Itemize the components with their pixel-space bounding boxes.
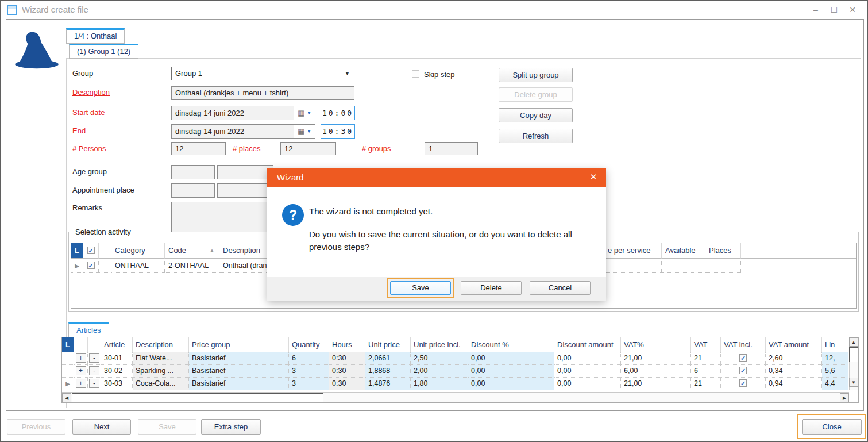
- cell-line[interactable]: 5,6: [822, 365, 848, 378]
- selection-cell-category[interactable]: ONTHAAL: [111, 259, 165, 273]
- copy-day-button[interactable]: Copy day: [499, 108, 573, 122]
- articles-header-discount-amount[interactable]: Discount amount: [554, 337, 621, 352]
- scroll-right-icon[interactable]: ▶: [840, 393, 849, 402]
- scroll-down-icon[interactable]: ▼: [849, 378, 858, 387]
- cell-discount-pct[interactable]: 0,00: [468, 365, 554, 378]
- horizontal-scroll-thumb[interactable]: [72, 393, 323, 402]
- cell-discount-amount[interactable]: 0,00: [554, 378, 621, 390]
- articles-header-vat[interactable]: VAT: [691, 337, 721, 352]
- cell-article[interactable]: 30-02: [101, 365, 133, 378]
- cell-article[interactable]: 30-03: [101, 378, 133, 390]
- close-window-icon[interactable]: ✕: [847, 4, 858, 16]
- description-label[interactable]: Description: [72, 88, 110, 97]
- dialog-titlebar[interactable]: Wizard ✕: [267, 168, 606, 187]
- places-label[interactable]: # places: [233, 144, 260, 153]
- articles-grid-corner-L[interactable]: L: [62, 337, 74, 352]
- articles-vertical-scrollbar[interactable]: ▲ ▼: [849, 337, 858, 390]
- selection-header-category[interactable]: Category: [111, 243, 165, 259]
- next-button[interactable]: Next: [72, 419, 131, 435]
- cell-description[interactable]: Sparkling ...: [133, 365, 189, 378]
- chevron-down-icon[interactable]: ▼: [345, 67, 350, 80]
- maximize-icon[interactable]: ☐: [828, 4, 840, 16]
- cell-discount-amount[interactable]: 0,00: [554, 352, 621, 365]
- age-group-input-2[interactable]: [217, 165, 273, 179]
- selection-row-checkbox[interactable]: ✓: [83, 259, 99, 273]
- groups-input[interactable]: 1: [425, 142, 478, 155]
- cell-vat[interactable]: 6: [691, 365, 721, 378]
- cell-vat[interactable]: 21: [691, 378, 721, 390]
- cell-vat-pct[interactable]: 21,00: [621, 378, 691, 390]
- minimize-icon[interactable]: –: [810, 4, 821, 16]
- tab-step-onthaal[interactable]: 1/4 : Onthaal: [66, 28, 125, 44]
- articles-row-3[interactable]: ▶ + - 30-03 Coca-Cola... Basistarief 3 0…: [62, 378, 858, 390]
- refresh-button[interactable]: Refresh: [499, 129, 573, 143]
- selection-header-places[interactable]: Places: [705, 243, 741, 259]
- cell-unit-price[interactable]: 1,4876: [365, 378, 411, 390]
- remove-row-button[interactable]: -: [89, 353, 99, 363]
- persons-label[interactable]: # Persons: [72, 144, 106, 153]
- selection-cell-available[interactable]: [662, 259, 705, 273]
- dialog-close-icon[interactable]: ✕: [587, 172, 600, 182]
- cell-vat-pct[interactable]: 6,00: [621, 365, 691, 378]
- cell-line[interactable]: 12,: [822, 352, 848, 365]
- start-date-calendar-button[interactable]: ▦ ▼: [294, 106, 315, 120]
- articles-header-unit-price-incl[interactable]: Unit price incl.: [411, 337, 468, 352]
- extra-step-button[interactable]: Extra step: [201, 419, 261, 435]
- articles-header-article[interactable]: Article: [101, 337, 133, 352]
- vertical-scroll-thumb[interactable]: [849, 347, 858, 362]
- cell-vat[interactable]: 21: [691, 352, 721, 365]
- cell-vat-amount[interactable]: 0,34: [766, 365, 822, 378]
- add-row-button[interactable]: +: [76, 353, 86, 363]
- cell-discount-pct[interactable]: 0,00: [468, 352, 554, 365]
- cell-hours[interactable]: 0:30: [329, 352, 365, 365]
- cell-vat-incl-checkbox[interactable]: ✓: [721, 365, 766, 378]
- selection-header-available[interactable]: Available: [662, 243, 705, 259]
- end-time-input[interactable]: 10:30: [321, 124, 355, 139]
- cell-vat-incl-checkbox[interactable]: ✓: [721, 378, 766, 390]
- end-date-calendar-button[interactable]: ▦ ▼: [294, 125, 315, 138]
- cell-price-group[interactable]: Basistarief: [189, 352, 289, 365]
- articles-header-unit-price[interactable]: Unit price: [365, 337, 411, 352]
- dialog-save-button[interactable]: Save: [390, 281, 451, 295]
- group-select[interactable]: Group 1 ▼: [171, 67, 354, 80]
- end-date-input[interactable]: dinsdag 14 juni 2022 ▦ ▼: [171, 124, 315, 139]
- cell-description[interactable]: Coca-Cola...: [133, 378, 189, 390]
- articles-horizontal-scrollbar[interactable]: ◀ ▶: [62, 392, 849, 402]
- cell-discount-pct[interactable]: 0,00: [468, 378, 554, 390]
- persons-input[interactable]: 12: [171, 142, 226, 155]
- cell-price-group[interactable]: Basistarief: [189, 365, 289, 378]
- appointment-place-input-2[interactable]: [217, 183, 273, 198]
- cell-vat-amount[interactable]: 2,60: [766, 352, 822, 365]
- selection-cell-price-per-service[interactable]: [604, 259, 662, 273]
- age-group-input-1[interactable]: [171, 165, 215, 179]
- cell-quantity[interactable]: 6: [289, 352, 329, 365]
- articles-header-vat-amount[interactable]: VAT amount: [766, 337, 822, 352]
- articles-row-1[interactable]: + - 30-01 Flat Wate... Basistarief 6 0:3…: [62, 352, 858, 365]
- groups-label[interactable]: # groups: [362, 144, 391, 153]
- cell-unit-price-incl[interactable]: 2,00: [411, 365, 468, 378]
- add-row-button[interactable]: +: [76, 366, 86, 375]
- cell-price-group[interactable]: Basistarief: [189, 378, 289, 390]
- cell-vat-amount[interactable]: 0,94: [766, 378, 822, 390]
- cell-line[interactable]: 4,4: [822, 378, 848, 390]
- tab-articles[interactable]: Articles: [68, 322, 109, 337]
- cell-hours[interactable]: 0:30: [329, 378, 365, 390]
- articles-header-line[interactable]: Lin: [822, 337, 848, 352]
- dialog-delete-button[interactable]: Delete: [461, 281, 522, 295]
- cell-unit-price-incl[interactable]: 1,80: [411, 378, 468, 390]
- cell-unit-price[interactable]: 2,0661: [365, 352, 411, 365]
- selection-cell-code[interactable]: 2-ONTHAAL: [165, 259, 219, 273]
- description-input[interactable]: Onthaal (drankjes + menu + tshirt): [171, 86, 354, 100]
- end-date-label[interactable]: End: [72, 126, 86, 135]
- cell-hours[interactable]: 0:30: [329, 365, 365, 378]
- selection-header-code[interactable]: Code▲: [165, 243, 219, 259]
- cell-quantity[interactable]: 3: [289, 378, 329, 390]
- appointment-place-input-1[interactable]: [171, 183, 215, 198]
- articles-header-vat-incl[interactable]: VAT incl.: [721, 337, 766, 352]
- articles-header-discount-pct[interactable]: Discount %: [468, 337, 554, 352]
- cell-article[interactable]: 30-01: [101, 352, 133, 365]
- scroll-up-icon[interactable]: ▲: [849, 337, 858, 347]
- scroll-left-icon[interactable]: ◀: [62, 393, 71, 402]
- remove-row-button[interactable]: -: [89, 366, 99, 375]
- split-up-group-button[interactable]: Split up group: [499, 68, 573, 82]
